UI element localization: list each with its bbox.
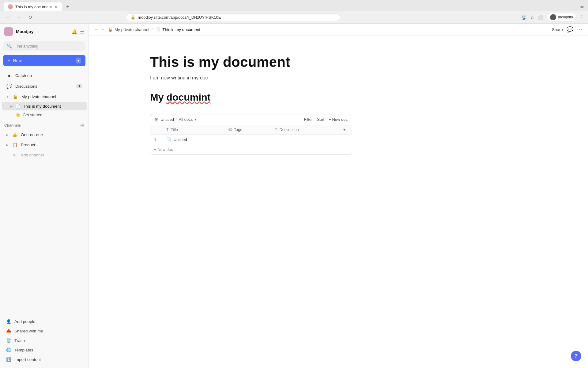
sidebar-item-private-channel[interactable]: ▼ 🔒 My private channel xyxy=(2,92,87,102)
active-tab[interactable]: This is my document ✕ xyxy=(4,2,62,11)
help-bubble[interactable]: ? xyxy=(571,351,581,361)
product-icon: 📋 xyxy=(12,142,18,148)
table-row[interactable]: 1 📄 Untitled xyxy=(150,134,352,145)
sidebar-item-add-channel[interactable]: ▶ ⊕ Add channel xyxy=(2,150,87,160)
row-title[interactable]: 📄 Untitled xyxy=(163,134,224,145)
sidebar-toggle-icon[interactable]: ☰ xyxy=(80,29,84,35)
comment-icon[interactable]: 💬 xyxy=(567,26,573,33)
breadcrumb-doc-icon: 📄 xyxy=(155,27,160,32)
widget-new-doc-button[interactable]: + New doc xyxy=(329,117,348,122)
col-tags: 🏷 Tags xyxy=(224,125,271,135)
sidebar-item-import-content[interactable]: ⬇️ Import content xyxy=(2,355,87,364)
widget-alldocs-label: All docs xyxy=(179,117,193,122)
back-button[interactable]: ← xyxy=(4,13,12,21)
this-doc-expand-icon: ▶ xyxy=(10,105,13,108)
topbar-back-button[interactable]: ← xyxy=(94,27,99,32)
templates-label: Templates xyxy=(14,348,33,352)
add-people-label: Add people xyxy=(14,319,35,324)
breadcrumb-channel[interactable]: 🔒 My private channel xyxy=(108,27,149,32)
one-on-one-icon: 🔒 xyxy=(12,132,18,138)
browser-actions: 📡 ☆ ⬜ Incognito ⋮ xyxy=(521,13,584,21)
notifications-icon[interactable]: 🔔 xyxy=(71,29,77,35)
doc-heading[interactable]: My documint xyxy=(150,92,210,103)
widget-filter-button[interactable]: Filter xyxy=(304,117,313,122)
sidebar-item-one-on-one[interactable]: ▶ 🔒 One-on-one xyxy=(2,130,87,140)
private-channel-label: My private channel xyxy=(21,94,82,99)
incognito-badge[interactable]: Incognito xyxy=(547,13,576,21)
address-field[interactable]: 🔒 moodjoy.slite.com/app/docs/r_DHzUYfHSK… xyxy=(126,13,340,21)
forward-button[interactable]: → xyxy=(15,13,23,21)
sidebar-item-product[interactable]: ▶ 📋 Product xyxy=(2,140,87,150)
sidebar-item-trash[interactable]: 🗑️ Trash xyxy=(2,336,87,345)
row-doc-icon: 📄 xyxy=(166,137,171,142)
sidebar-item-get-started[interactable]: 👋 Get started xyxy=(2,111,87,119)
sidebar-item-templates[interactable]: 🌐 Templates xyxy=(2,345,87,355)
import-content-label: Import content xyxy=(14,357,41,362)
more-options-icon[interactable]: ⋯ xyxy=(577,26,582,33)
new-button-label: New xyxy=(13,58,73,63)
widget-slash: / xyxy=(176,117,177,122)
import-content-icon: ⬇️ xyxy=(6,357,11,362)
search-bar[interactable]: 🔍 Find anything xyxy=(3,41,85,51)
tab-expand-button[interactable]: ≫ xyxy=(580,4,584,9)
tab-close-button[interactable]: ✕ xyxy=(54,4,58,9)
cast-icon[interactable]: 📡 xyxy=(521,14,527,20)
breadcrumb-lock-icon: 🔒 xyxy=(108,27,113,32)
workspace-avatar xyxy=(4,27,13,36)
doc-subtitle[interactable]: I am now writing in my doc xyxy=(150,75,527,81)
sidebar-header-actions: 🔔 ☰ xyxy=(71,29,84,35)
private-channel-lock-icon: 🔒 xyxy=(12,94,18,100)
title-col-icon: T xyxy=(166,128,168,132)
row-description[interactable] xyxy=(271,134,340,145)
incognito-label: Incognito xyxy=(558,15,573,19)
new-button[interactable]: + New ▾ xyxy=(3,55,85,66)
refresh-button[interactable]: ↻ xyxy=(26,13,34,21)
col-add-button[interactable]: + xyxy=(340,125,352,135)
channels-section-action-icon[interactable]: ⊞ xyxy=(80,122,84,128)
desc-col-icon: T xyxy=(275,128,277,132)
one-on-one-expand-icon: ▶ xyxy=(6,133,9,136)
discussions-icon: 💬 xyxy=(6,83,12,89)
discussions-badge: 1 xyxy=(76,84,82,88)
share-button[interactable]: Share xyxy=(552,27,563,32)
widget-alldocs-dropdown[interactable]: All docs ▼ xyxy=(179,117,197,122)
doc-database-widget: ⊞ Untitled / All docs ▼ Filter Sort + xyxy=(150,114,352,155)
squiggly-word: documint xyxy=(166,92,210,103)
one-on-one-label: One-on-one xyxy=(21,132,82,137)
browser-chrome: This is my document ✕ + ≫ ← → ↻ 🔒 moodjo… xyxy=(0,0,588,24)
new-dropdown-arrow[interactable]: ▾ xyxy=(76,58,81,63)
sidebar-item-add-people[interactable]: 👤 Add people xyxy=(2,317,87,326)
widget-table-body: 1 📄 Untitled xyxy=(150,134,352,145)
product-label: Product xyxy=(21,143,82,147)
add-channel-label: Add channel xyxy=(21,153,82,157)
this-doc-icon: 📄 xyxy=(15,104,21,109)
topbar-actions: Share 💬 ⋯ xyxy=(552,26,582,33)
widget-toolbar: ⊞ Untitled / All docs ▼ Filter Sort + xyxy=(150,114,352,125)
sidebar-item-shared-with-me[interactable]: 📤 Shared with me xyxy=(2,326,87,335)
tab-favicon xyxy=(8,4,13,9)
search-placeholder: Find anything xyxy=(14,44,38,48)
sidebar-item-this-doc[interactable]: ▶ 📄 This is my document xyxy=(2,102,87,110)
workspace-name: Moodjoy xyxy=(16,29,68,34)
menu-icon[interactable]: ⋮ xyxy=(579,14,584,20)
sidebar-nav: ● Catch up 💬 Discussions 1 ▼ 🔒 My privat… xyxy=(0,69,89,314)
widget-sort-button[interactable]: Sort xyxy=(317,117,324,122)
widget-db-title[interactable]: Untitled xyxy=(160,117,174,122)
row-num: 1 xyxy=(150,134,163,145)
catch-up-icon: ● xyxy=(6,72,12,79)
sidebar-item-catch-up[interactable]: ● Catch up xyxy=(2,70,87,81)
extensions-icon[interactable]: ⬜ xyxy=(537,14,544,20)
channels-section-header: Channels ⊞ xyxy=(0,119,89,129)
row-add xyxy=(340,134,352,145)
new-tab-button[interactable]: + xyxy=(63,2,72,11)
col-num xyxy=(150,125,163,135)
bookmark-icon[interactable]: ☆ xyxy=(530,14,534,20)
row-tags[interactable] xyxy=(224,134,271,145)
widget-footer-new-doc[interactable]: + New doc xyxy=(150,145,352,154)
lock-icon: 🔒 xyxy=(130,15,135,20)
sidebar-item-discussions[interactable]: 💬 Discussions 1 xyxy=(2,81,87,91)
doc-title[interactable]: This is my document xyxy=(150,54,527,70)
app: Moodjoy 🔔 ☰ 🔍 Find anything + New ▾ ● Ca… xyxy=(0,24,588,368)
breadcrumb-doc[interactable]: 📄 This is my document xyxy=(155,27,200,32)
topbar-forward-button[interactable]: → xyxy=(100,27,105,32)
